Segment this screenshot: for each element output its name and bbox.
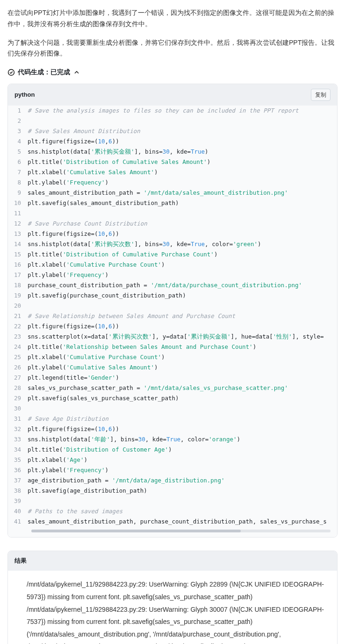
codegen-status-label: 代码生成：已完成 — [18, 67, 70, 78]
code-line: 7plt.xlabel('Cumulative Sales Amount') — [8, 167, 337, 177]
line-number: 12 — [8, 219, 28, 229]
code-line: 17plt.ylabel('Frequency') — [8, 270, 337, 280]
line-content: plt.savefig(sales_vs_purchase_scatter_pa… — [28, 393, 187, 403]
line-number: 32 — [8, 424, 28, 434]
line-content: plt.figure(figsize=(10,6)) — [28, 424, 127, 434]
line-content: # Paths to the saved images — [28, 506, 130, 517]
line-number: 8 — [8, 177, 28, 188]
line-number: 31 — [8, 414, 28, 424]
copy-button[interactable]: 复制 — [311, 89, 331, 101]
code-line: 38plt.savefig(age_distribution_path) — [8, 486, 337, 496]
line-number: 29 — [8, 393, 28, 403]
line-number: 38 — [8, 486, 28, 496]
scrollbar-thumb[interactable] — [31, 530, 241, 532]
line-number: 4 — [8, 136, 28, 147]
code-line: 2 — [8, 116, 337, 126]
line-number: 34 — [8, 445, 28, 455]
code-line: 15plt.title('Distribution of Cumulative … — [8, 249, 337, 260]
code-line: 37age_distribution_path = '/mnt/data/age… — [8, 475, 337, 486]
line-content: plt.savefig(purchase_count_distribution_… — [28, 290, 194, 301]
result-body: /mnt/data/ipykernel_11/929884223.py:29: … — [8, 571, 337, 644]
code-line: 5sns.histplot(data['累计购买金额'], bins=30, k… — [8, 147, 337, 157]
line-content: # Save Age Distribution — [28, 414, 116, 424]
line-content: plt.title('Distribution of Customer Age'… — [28, 445, 180, 455]
line-content: purchase_count_distribution_path = '/mnt… — [28, 280, 309, 290]
line-content: plt.xlabel('Cumulative Purchase Count') — [28, 352, 172, 362]
line-number: 30 — [8, 403, 28, 414]
code-line: 27plt.legend(title='Gender') — [8, 373, 337, 383]
line-content: plt.xlabel('Age') — [28, 455, 95, 465]
line-number: 37 — [8, 475, 28, 486]
line-content — [28, 496, 35, 506]
line-content — [28, 403, 35, 414]
line-number: 23 — [8, 332, 28, 342]
line-content: # Save Purchase Count Distribution — [28, 219, 155, 229]
code-line: 26plt.ylabel('Cumulative Sales Amount') — [8, 362, 337, 373]
code-line: 34plt.title('Distribution of Customer Ag… — [8, 445, 337, 455]
code-header: python 复制 — [8, 84, 337, 106]
code-line: 39 — [8, 496, 337, 506]
code-line: 6plt.title('Distribution of Cumulative S… — [8, 157, 337, 167]
code-line: 18purchase_count_distribution_path = '/m… — [8, 280, 337, 290]
line-content: # Save Sales Amount Distribution — [28, 126, 148, 136]
line-content: sales_vs_purchase_scatter_path = '/mnt/d… — [28, 383, 295, 393]
code-line: 41sales_amount_distribution_path, purcha… — [8, 517, 337, 527]
line-number: 17 — [8, 270, 28, 280]
line-number: 35 — [8, 455, 28, 465]
prose-paragraph-1: 在尝试向PPT幻灯片中添加图像时，我遇到了一个错误，因为找不到指定的图像文件。这… — [7, 7, 338, 30]
code-line: 29plt.savefig(sales_vs_purchase_scatter_… — [8, 393, 337, 403]
line-number: 19 — [8, 290, 28, 301]
line-content: sales_amount_distribution_path, purchase… — [28, 517, 334, 527]
horizontal-scrollbar[interactable] — [31, 530, 331, 532]
code-line: 40# Paths to the saved images — [8, 506, 337, 517]
line-content: sns.histplot(data['累计购买次数'], bins=30, kd… — [28, 239, 269, 249]
code-lang-label: python — [14, 90, 35, 100]
check-circle-icon — [7, 69, 15, 76]
line-content — [28, 116, 35, 126]
line-number: 1 — [8, 106, 28, 116]
line-content: # Save Relationship between Sales Amount… — [28, 311, 243, 321]
line-content: plt.figure(figsize=(10,6)) — [28, 229, 127, 239]
code-line: 25plt.xlabel('Cumulative Purchase Count'… — [8, 352, 337, 362]
line-number: 16 — [8, 260, 28, 270]
line-number: 41 — [8, 517, 28, 527]
result-block: 结果 /mnt/data/ipykernel_11/929884223.py:2… — [7, 551, 338, 644]
line-content: plt.ylabel('Frequency') — [28, 177, 116, 188]
code-line: 1# Save the analysis images to files so … — [8, 106, 337, 116]
code-line: 12# Save Purchase Count Distribution — [8, 219, 337, 229]
code-block: python 复制 1# Save the analysis images to… — [7, 84, 338, 538]
line-number: 24 — [8, 342, 28, 352]
line-number: 5 — [8, 147, 28, 157]
line-number: 33 — [8, 434, 28, 445]
line-content: plt.xlabel('Cumulative Purchase Count') — [28, 260, 172, 270]
code-line: 16plt.xlabel('Cumulative Purchase Count'… — [8, 260, 337, 270]
line-content: plt.figure(figsize=(10,6)) — [28, 321, 127, 332]
chevron-up-icon — [74, 70, 79, 75]
line-content: sales_amount_distribution_path = '/mnt/d… — [28, 188, 295, 198]
code-line: 8plt.ylabel('Frequency') — [8, 177, 337, 188]
code-line: 23sns.scatterplot(x=data['累计购买次数'], y=da… — [8, 332, 337, 342]
code-line: 22plt.figure(figsize=(10,6)) — [8, 321, 337, 332]
code-line: 31# Save Age Distribution — [8, 414, 337, 424]
line-content: plt.ylabel('Frequency') — [28, 465, 116, 475]
line-content: plt.title('Relationship between Sales Am… — [28, 342, 264, 352]
code-line: 11 — [8, 208, 337, 219]
line-number: 25 — [8, 352, 28, 362]
result-header: 结果 — [8, 551, 337, 571]
code-line: 3# Save Sales Amount Distribution — [8, 126, 337, 136]
line-number: 10 — [8, 198, 28, 208]
code-line: 14sns.histplot(data['累计购买次数'], bins=30, … — [8, 239, 337, 249]
code-line: 21# Save Relationship between Sales Amou… — [8, 311, 337, 321]
code-line: 10plt.savefig(sales_amount_distribution_… — [8, 198, 337, 208]
line-number: 7 — [8, 167, 28, 177]
code-body[interactable]: 1# Save the analysis images to files so … — [8, 106, 337, 537]
line-number: 21 — [8, 311, 28, 321]
line-number: 13 — [8, 229, 28, 239]
line-content: age_distribution_path = '/mnt/data/age_d… — [28, 475, 232, 486]
line-content: sns.histplot(data['累计购买金额'], bins=30, kd… — [28, 147, 216, 157]
line-number: 9 — [8, 188, 28, 198]
code-line: 20 — [8, 301, 337, 311]
codegen-status[interactable]: 代码生成：已完成 — [7, 67, 338, 78]
prose-paragraph-2: 为了解决这个问题，我需要重新生成分析图像，并将它们保存到文件中。然后，我将再次尝… — [7, 37, 338, 60]
line-number: 3 — [8, 126, 28, 136]
